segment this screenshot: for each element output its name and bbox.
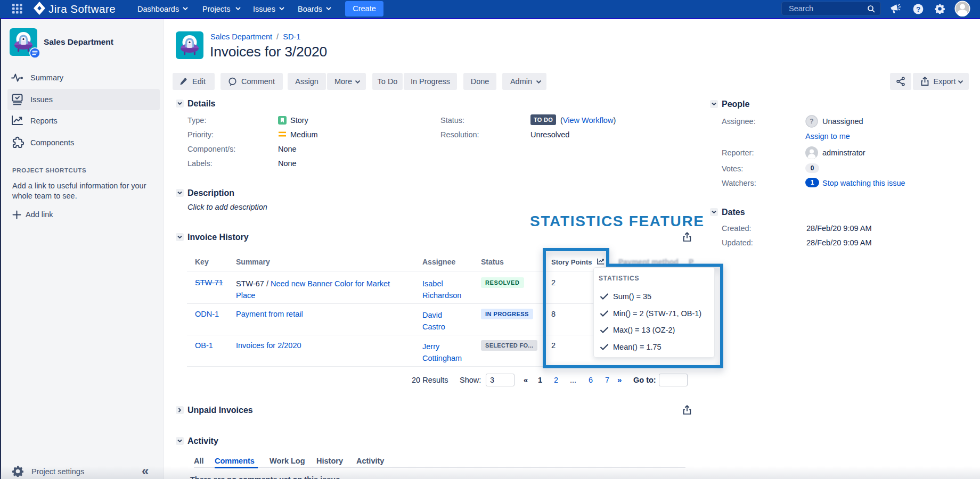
svg-text:?: ? — [810, 118, 813, 125]
svg-text:?: ? — [916, 5, 920, 13]
